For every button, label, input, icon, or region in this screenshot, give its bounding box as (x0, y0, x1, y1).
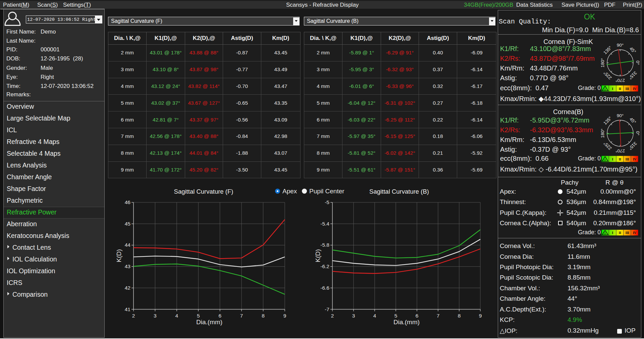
svg-text:IV: IV (633, 231, 637, 235)
svg-text:45°: 45° (629, 46, 637, 54)
svg-text:2: 2 (331, 313, 334, 319)
svg-text:6: 6 (416, 313, 419, 319)
svg-text:90°: 90° (617, 113, 624, 118)
svg-text:4: 4 (373, 313, 376, 319)
svg-text:II: II (619, 231, 621, 235)
svg-text:-5: -5 (325, 199, 329, 205)
svg-text:I: I (612, 157, 613, 161)
svg-text:0: 0 (604, 88, 606, 91)
svg-text:III: III (626, 87, 629, 91)
svg-text:IV: IV (633, 87, 637, 91)
svg-text:I: I (612, 87, 613, 91)
svg-text:I: I (612, 231, 613, 235)
svg-text:9: 9 (479, 313, 482, 319)
svg-text:0°: 0° (635, 61, 640, 65)
svg-text:7: 7 (437, 313, 440, 319)
svg-text:-5.4: -5.4 (320, 221, 329, 227)
svg-text:0: 0 (604, 158, 606, 161)
svg-text:K(D): K(D) (314, 249, 321, 262)
svg-text:-6.6: -6.6 (320, 285, 329, 291)
svg-text:-7: -7 (325, 306, 329, 312)
svg-text:3: 3 (352, 313, 355, 319)
svg-text:0°: 0° (635, 131, 640, 136)
svg-text:90°: 90° (617, 43, 624, 48)
svg-text:II: II (619, 157, 621, 161)
svg-text:II: II (619, 87, 621, 91)
svg-text:III: III (626, 231, 629, 235)
svg-text:5: 5 (394, 313, 397, 319)
svg-text:270°: 270° (615, 148, 625, 153)
svg-text:III: III (626, 157, 629, 161)
svg-text:180°: 180° (600, 58, 605, 67)
svg-text:0: 0 (604, 232, 606, 235)
svg-text:45°: 45° (629, 116, 637, 125)
svg-text:-6.2: -6.2 (320, 263, 329, 269)
svg-text:IV: IV (633, 157, 637, 161)
svg-text:180°: 180° (600, 129, 605, 138)
svg-text:270°: 270° (615, 78, 625, 83)
svg-text:Dia.(mm): Dia.(mm) (393, 319, 420, 326)
svg-text:8: 8 (458, 313, 461, 319)
svg-text:-5.8: -5.8 (320, 242, 329, 248)
